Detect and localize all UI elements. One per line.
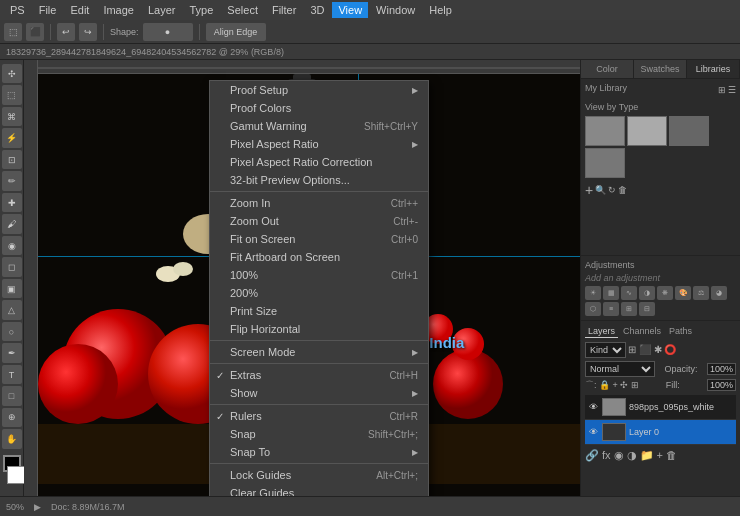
lib-thumb-2[interactable]: [627, 116, 667, 146]
lib-thumb-1[interactable]: [585, 116, 625, 146]
tool-lasso[interactable]: ⌘: [2, 107, 22, 126]
toolbar-align[interactable]: Align Edge: [206, 23, 266, 41]
dd-lock-guides[interactable]: Lock GuidesAlt+Ctrl+;: [210, 466, 428, 484]
tool-blur[interactable]: △: [2, 300, 22, 319]
dd-100[interactable]: 100%Ctrl+1: [210, 266, 428, 284]
menu-filter[interactable]: Filter: [266, 2, 302, 18]
menu-layer[interactable]: Layer: [142, 2, 182, 18]
layer-folder-icon[interactable]: 📁: [640, 449, 654, 462]
layer-kind-select[interactable]: Kind: [585, 342, 626, 358]
add-library-btn[interactable]: +: [585, 182, 593, 198]
menu-window[interactable]: Window: [370, 2, 421, 18]
adj-bw[interactable]: ◕: [711, 286, 727, 300]
menu-image[interactable]: Image: [97, 2, 140, 18]
menu-edit[interactable]: Edit: [64, 2, 95, 18]
tool-gradient[interactable]: ▣: [2, 279, 22, 298]
toolbar-btn-1[interactable]: ⬚: [4, 23, 22, 41]
dd-snap[interactable]: SnapShift+Ctrl+;: [210, 425, 428, 443]
tool-text[interactable]: T: [2, 365, 22, 384]
toolbar-btn-4[interactable]: ↪: [79, 23, 97, 41]
library-sync-icon[interactable]: ↻: [608, 185, 616, 195]
bg-color[interactable]: [7, 466, 25, 484]
dd-200[interactable]: 200%: [210, 284, 428, 302]
libraries-list-icon[interactable]: ☰: [728, 85, 736, 95]
tool-hand[interactable]: ✋: [2, 429, 22, 448]
fill-value[interactable]: 100%: [707, 379, 736, 391]
menu-type[interactable]: Type: [184, 2, 220, 18]
layer-mask-icon[interactable]: ◉: [614, 449, 624, 462]
tool-heal[interactable]: ✚: [2, 193, 22, 212]
layer-link-icon[interactable]: 🔗: [585, 449, 599, 462]
adj-vibrance[interactable]: ❋: [657, 286, 673, 300]
layer-adj-icon[interactable]: ◑: [627, 449, 637, 462]
tab-swatches[interactable]: Swatches: [634, 60, 687, 78]
menu-file[interactable]: File: [33, 2, 63, 18]
layer-2-eye[interactable]: 👁: [587, 426, 599, 438]
layer-1-eye[interactable]: 👁: [587, 401, 599, 413]
dd-fit-artboard[interactable]: Fit Artboard on Screen: [210, 248, 428, 266]
dd-clear-guides[interactable]: Clear Guides: [210, 484, 428, 496]
toolbar-btn-3[interactable]: ↩: [57, 23, 75, 41]
lib-thumb-3[interactable]: [669, 116, 709, 146]
adj-photo-filter[interactable]: ⬡: [585, 302, 601, 316]
tool-select-rect[interactable]: ⬚: [2, 85, 22, 104]
blend-mode-select[interactable]: Normal: [585, 361, 655, 377]
adj-hsl[interactable]: 🎨: [675, 286, 691, 300]
dd-rulers[interactable]: ✓RulersCtrl+R: [210, 407, 428, 425]
adj-color-lookup[interactable]: ⊞: [621, 302, 637, 316]
dd-flip-h[interactable]: Flip Horizontal: [210, 320, 428, 338]
tool-pen[interactable]: ✒: [2, 343, 22, 362]
menu-help[interactable]: Help: [423, 2, 458, 18]
dd-gamut-warning[interactable]: Gamut WarningShift+Ctrl+Y: [210, 117, 428, 135]
dd-snap-to[interactable]: Snap To▶: [210, 443, 428, 461]
menu-view[interactable]: View: [332, 2, 368, 18]
dd-pixel-aspect-ratio[interactable]: Pixel Aspect Ratio▶: [210, 135, 428, 153]
adj-channel-mixer[interactable]: ≡: [603, 302, 619, 316]
dd-proof-colors[interactable]: Proof Colors: [210, 99, 428, 117]
toolbar-btn-2[interactable]: ⬛: [26, 23, 44, 41]
dd-zoom-out[interactable]: Zoom OutCtrl+-: [210, 212, 428, 230]
adj-curves[interactable]: ∿: [621, 286, 637, 300]
tab-channels[interactable]: Channels: [620, 325, 664, 338]
layer-delete-icon[interactable]: 🗑: [666, 449, 677, 461]
tool-clone[interactable]: ◉: [2, 236, 22, 255]
adj-brightness[interactable]: ☀: [585, 286, 601, 300]
dd-pixel-aspect-correction[interactable]: Pixel Aspect Ratio Correction: [210, 153, 428, 171]
adj-invert[interactable]: ⊟: [639, 302, 655, 316]
tool-shape[interactable]: □: [2, 386, 22, 405]
tab-layers[interactable]: Layers: [585, 325, 618, 338]
dd-print-size[interactable]: Print Size: [210, 302, 428, 320]
library-trash-icon[interactable]: 🗑: [618, 185, 627, 195]
tool-dodge[interactable]: ○: [2, 322, 22, 341]
dd-screen-mode[interactable]: Screen Mode▶: [210, 343, 428, 361]
tool-eraser[interactable]: ◻: [2, 257, 22, 276]
layer-item-2[interactable]: 👁 Layer 0: [585, 420, 736, 445]
adj-levels[interactable]: ▦: [603, 286, 619, 300]
tab-color[interactable]: Color: [581, 60, 634, 78]
tool-eyedropper[interactable]: ✏: [2, 171, 22, 190]
dd-show[interactable]: Show▶: [210, 384, 428, 402]
tool-zoom[interactable]: ⊕: [2, 408, 22, 427]
tab-libraries[interactable]: Libraries: [687, 60, 740, 78]
layer-fx-icon[interactable]: fx: [602, 449, 611, 461]
layer-add-icon[interactable]: +: [657, 449, 663, 461]
layer-item-1[interactable]: 👁 898pps_095ps_white: [585, 395, 736, 420]
adj-colorbal[interactable]: ⚖: [693, 286, 709, 300]
tool-wand[interactable]: ⚡: [2, 128, 22, 147]
menu-3d[interactable]: 3D: [304, 2, 330, 18]
dd-32bit-preview[interactable]: 32-bit Preview Options...: [210, 171, 428, 189]
library-search-icon[interactable]: 🔍: [595, 185, 606, 195]
dd-extras[interactable]: ✓ExtrasCtrl+H: [210, 366, 428, 384]
dd-proof-setup[interactable]: Proof Setup▶: [210, 81, 428, 99]
libraries-grid-icon[interactable]: ⊞: [718, 85, 726, 95]
adj-exposure[interactable]: ◑: [639, 286, 655, 300]
lib-thumb-4[interactable]: [585, 148, 625, 178]
tool-crop[interactable]: ⊡: [2, 150, 22, 169]
toolbar-shape-select[interactable]: ●: [143, 23, 193, 41]
tool-move[interactable]: ✣: [2, 64, 22, 83]
tool-brush[interactable]: 🖌: [2, 214, 22, 233]
tab-paths[interactable]: Paths: [666, 325, 695, 338]
menu-select[interactable]: Select: [221, 2, 264, 18]
menu-ps[interactable]: PS: [4, 2, 31, 18]
dd-zoom-in[interactable]: Zoom InCtrl++: [210, 194, 428, 212]
